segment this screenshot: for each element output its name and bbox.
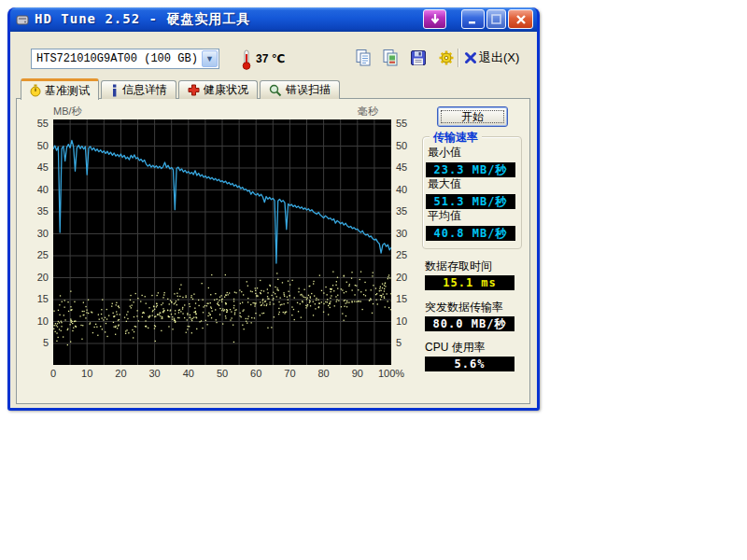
rollup-button[interactable] — [423, 9, 446, 29]
cpu-usage-label: CPU 使用率 — [425, 340, 486, 356]
tab-label: 基准测试 — [45, 83, 90, 99]
x-tick-label: 80 — [317, 368, 329, 379]
client-area: HTS721010G9AT00 (100 GB) ▼ 37 ℃ — [10, 32, 537, 408]
close-icon — [515, 14, 527, 25]
thermometer-icon — [241, 49, 252, 70]
maximize-button[interactable] — [486, 9, 506, 29]
x-tick-label: 30 — [148, 368, 160, 379]
burst-rate-value: 80.0 MB/秒 — [425, 316, 514, 331]
copy-text-icon[interactable] — [353, 49, 374, 67]
y-tick-label: 35 — [24, 205, 49, 217]
y-tick-label: 5 — [396, 337, 420, 348]
tab-label: 健康状况 — [204, 82, 248, 98]
transfer-stat-label: 平均值 — [428, 208, 461, 224]
tab-bar: 基准测试 信息详情 健康状况 错误扫描 — [21, 78, 340, 99]
transfer-stat-value: 51.3 MB/秒 — [426, 194, 515, 209]
info-icon — [110, 84, 119, 97]
x-tick-label: 90 — [352, 368, 363, 379]
x-tick-label: 0 — [50, 368, 56, 379]
options-icon[interactable] — [436, 49, 457, 67]
tab-error-scan[interactable]: 错误扫描 — [260, 80, 340, 99]
x-tick-label: 100% — [378, 368, 404, 379]
titlebar[interactable]: HD Tune 2.52 - 硬盘实用工具 — [10, 7, 537, 32]
tab-health[interactable]: 健康状况 — [178, 80, 258, 99]
y-tick-label: 30 — [24, 228, 49, 239]
window-title: HD Tune 2.52 - 硬盘实用工具 — [35, 11, 250, 28]
tab-label: 信息详情 — [122, 82, 167, 98]
exit-button[interactable]: 退出(X) — [464, 49, 519, 66]
left-axis-unit: MB/秒 — [53, 105, 82, 119]
x-tick-label: 70 — [284, 368, 295, 379]
y-tick-label: 20 — [396, 272, 420, 283]
transfer-rate-group-title: 传输速率 — [430, 130, 482, 146]
maximize-icon — [491, 14, 501, 24]
y-tick-label: 25 — [396, 249, 420, 260]
save-icon[interactable] — [408, 49, 429, 67]
drive-select-value: HTS721010G9AT00 (100 GB) — [32, 52, 202, 65]
y-tick-label: 15 — [396, 293, 420, 304]
health-cross-icon — [188, 84, 200, 96]
y-tick-label: 50 — [24, 140, 49, 151]
transfer-stat-label: 最大值 — [428, 176, 461, 192]
y-tick-label: 40 — [396, 184, 420, 195]
minimize-button[interactable] — [461, 9, 485, 29]
x-tick-label: 20 — [115, 368, 126, 379]
transfer-stat-value: 23.3 MB/秒 — [426, 162, 515, 177]
y-tick-label: 20 — [24, 272, 49, 283]
burst-rate-label: 突发数据传输率 — [425, 300, 503, 315]
x-tick-label: 40 — [183, 368, 194, 379]
y-tick-label: 35 — [396, 205, 420, 217]
y-tick-label: 30 — [396, 228, 420, 239]
transfer-rate-group: 传输速率 最小值23.3 MB/秒最大值51.3 MB/秒平均值40.8 MB/… — [422, 136, 522, 249]
y-tick-label: 40 — [24, 184, 49, 195]
x-tick-label: 50 — [217, 368, 228, 379]
minimize-icon — [468, 14, 479, 25]
y-tick-label: 10 — [24, 315, 49, 327]
down-arrow-icon — [430, 13, 441, 25]
y-tick-label: 10 — [396, 315, 420, 327]
y-tick-label: 45 — [396, 161, 420, 173]
y-tick-label: 25 — [24, 249, 49, 260]
exit-x-icon — [464, 51, 477, 64]
hdtune-window: HD Tune 2.52 - 硬盘实用工具 — [7, 7, 540, 411]
copy-image-icon[interactable] — [380, 49, 401, 67]
gauge-icon — [30, 84, 41, 97]
temperature-value: 37 ℃ — [256, 52, 285, 65]
start-button[interactable]: 开始 — [437, 106, 508, 127]
drive-select[interactable]: HTS721010G9AT00 (100 GB) ▼ — [31, 49, 219, 69]
harddisk-icon — [15, 12, 30, 27]
chevron-down-icon[interactable]: ▼ — [202, 50, 218, 67]
focus-rect — [441, 110, 504, 123]
x-tick-label: 60 — [250, 368, 261, 379]
exit-label: 退出(X) — [479, 49, 519, 66]
tab-label: 错误扫描 — [286, 82, 331, 98]
tab-benchmark[interactable]: 基准测试 — [21, 78, 99, 100]
x-tick-label: 10 — [81, 368, 92, 379]
right-axis-unit: 毫秒 — [358, 105, 378, 119]
magnifier-icon — [269, 84, 282, 97]
cpu-usage-value: 5.6% — [425, 357, 514, 371]
y-tick-label: 45 — [24, 161, 49, 173]
y-tick-label: 55 — [396, 118, 420, 129]
y-tick-label: 50 — [396, 140, 420, 151]
toolbar-separator — [458, 49, 458, 67]
transfer-stat-label: 最小值 — [428, 145, 461, 161]
access-time-label: 数据存取时间 — [425, 259, 492, 274]
y-tick-label: 5 — [24, 337, 49, 348]
close-button[interactable] — [508, 9, 533, 29]
transfer-stat-value: 40.8 MB/秒 — [426, 226, 515, 241]
benchmark-plot — [53, 119, 391, 365]
tab-info[interactable]: 信息详情 — [101, 80, 176, 99]
y-tick-label: 55 — [24, 118, 49, 129]
y-tick-label: 15 — [24, 293, 49, 304]
access-time-value: 15.1 ms — [425, 275, 514, 290]
